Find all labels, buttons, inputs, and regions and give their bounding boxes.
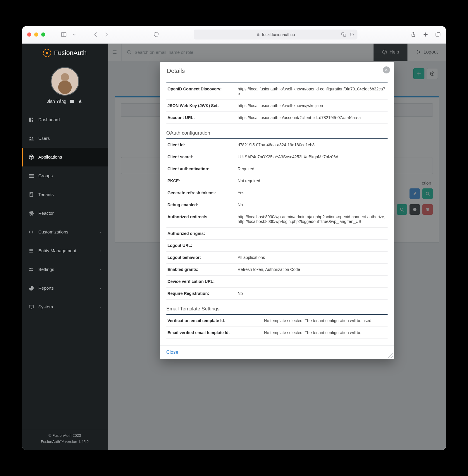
sidebar-footer: © FusionAuth 2023 FusionAuth™ version 1.… bbox=[22, 429, 108, 450]
copyright-text: © FusionAuth 2023 bbox=[22, 433, 108, 439]
cube-icon bbox=[28, 154, 34, 160]
browser-window: local.fusionauth.io FusionAuth bbox=[22, 26, 446, 450]
tabs-icon[interactable] bbox=[435, 32, 441, 37]
detail-value: https://local.fusionauth.io/.well-known/… bbox=[238, 87, 386, 96]
detail-row: Client authentication:Required bbox=[166, 163, 388, 175]
oauth-section: Client Id:d78219f5-07aa-46aa-a324-19e180… bbox=[166, 138, 388, 300]
sidebar-menu: DashboardUsersApplicationsGroupsTenantsR… bbox=[22, 110, 108, 316]
sidebar-item-system[interactable]: System‹ bbox=[22, 298, 108, 316]
logo: FusionAuth bbox=[22, 44, 108, 62]
back-button[interactable] bbox=[93, 31, 99, 38]
reload-icon[interactable] bbox=[349, 32, 355, 37]
sidebar-item-tenants[interactable]: Tenants bbox=[22, 185, 108, 204]
forward-button[interactable] bbox=[103, 31, 110, 38]
detail-label: Client secret: bbox=[168, 154, 232, 159]
detail-row: Require Registration:No bbox=[166, 288, 388, 300]
sidebar-item-settings[interactable]: Settings‹ bbox=[22, 260, 108, 279]
detail-value: – bbox=[238, 243, 386, 248]
detail-label: JSON Web Key (JWK) Set: bbox=[168, 103, 232, 108]
dashboard-icon bbox=[28, 117, 34, 123]
modal-overlay[interactable]: Details ✕ OpenID Connect Discovery:https… bbox=[108, 44, 446, 450]
chevron-left-icon: ‹ bbox=[100, 230, 101, 234]
sidebar-item-reports[interactable]: Reports‹ bbox=[22, 279, 108, 298]
building-icon bbox=[28, 192, 34, 197]
detail-row: Enabled grants:Refresh token, Authorizat… bbox=[166, 264, 388, 276]
sidebar-item-customizations[interactable]: Customizations‹ bbox=[22, 223, 108, 241]
code-icon bbox=[28, 229, 34, 235]
sidebar-item-label: Groups bbox=[38, 173, 53, 178]
detail-value: No bbox=[238, 202, 386, 207]
detail-value: – bbox=[238, 231, 386, 236]
pie-icon bbox=[28, 285, 34, 291]
detail-value: Yes bbox=[238, 190, 386, 195]
sidebar-toggle-button[interactable] bbox=[61, 31, 67, 38]
share-icon[interactable] bbox=[410, 32, 416, 37]
url-host: local.fusionauth.io bbox=[262, 32, 295, 37]
sidebar-item-groups[interactable]: Groups bbox=[22, 166, 108, 185]
translate-icon[interactable] bbox=[341, 32, 346, 37]
lock-icon bbox=[256, 32, 260, 37]
tab-group-dropdown[interactable] bbox=[71, 31, 78, 38]
sidebar-item-reactor[interactable]: Reactor bbox=[22, 204, 108, 223]
detail-row: Generate refresh tokens:Yes bbox=[166, 187, 388, 199]
url-bar[interactable]: local.fusionauth.io bbox=[194, 30, 357, 39]
sidebar-item-label: Settings bbox=[38, 267, 54, 272]
detail-label: Debug enabled: bbox=[168, 202, 232, 207]
list-icon bbox=[28, 248, 34, 254]
detail-value: https://local.fusionauth.io/.well-known/… bbox=[238, 103, 386, 108]
maximize-window-button[interactable] bbox=[41, 32, 45, 37]
email-section: Verification email template Id:No templa… bbox=[166, 314, 388, 339]
modal-close-link[interactable]: Close bbox=[166, 350, 178, 355]
email-heading: Email Template Settings bbox=[166, 306, 388, 312]
sidebar-item-users[interactable]: Users bbox=[22, 129, 108, 148]
oauth-heading: OAuth configuration bbox=[166, 130, 388, 136]
detail-value: Not required bbox=[238, 178, 386, 183]
sidebar-item-label: Tenants bbox=[38, 192, 54, 197]
modal-body[interactable]: OpenID Connect Discovery:https://local.f… bbox=[160, 80, 394, 345]
detail-value: – bbox=[238, 279, 386, 284]
logo-icon bbox=[43, 49, 51, 57]
detail-label: Client Id: bbox=[168, 142, 232, 147]
detail-value: All applications bbox=[238, 255, 386, 260]
sidebar-item-dashboard[interactable]: Dashboard bbox=[22, 110, 108, 129]
modal-title: Details bbox=[167, 68, 185, 74]
app-frame: FusionAuth Jian Yáng DashboardUsersAppli… bbox=[22, 44, 446, 450]
version-text: FusionAuth™ version 1.45.2 bbox=[22, 439, 108, 445]
resize-handle[interactable] bbox=[388, 353, 393, 358]
detail-row: Account URL:https://local.fusionauth.io/… bbox=[166, 112, 388, 124]
detail-label: Device verification URL: bbox=[168, 279, 232, 284]
sidebar-item-entity-management[interactable]: Entity Management‹ bbox=[22, 241, 108, 260]
detail-label: Client authentication: bbox=[168, 166, 232, 171]
minimize-window-button[interactable] bbox=[34, 32, 38, 37]
sidebar-item-label: Reports bbox=[38, 286, 54, 291]
detail-label: Verification email template Id: bbox=[168, 318, 258, 323]
detail-label: Generate refresh tokens: bbox=[168, 190, 232, 195]
detail-row: Email verified email template Id:No temp… bbox=[166, 327, 388, 339]
main: Help Logout bbox=[108, 44, 446, 450]
detail-row: OpenID Connect Discovery:https://local.f… bbox=[166, 83, 388, 100]
modal-footer: Close bbox=[160, 345, 394, 359]
avatar[interactable] bbox=[51, 67, 79, 96]
profile-block: Jian Yáng bbox=[22, 62, 108, 110]
modal-close-button[interactable]: ✕ bbox=[383, 66, 390, 73]
id-card-icon[interactable] bbox=[69, 99, 75, 104]
detail-row: PKCE:Not required bbox=[166, 175, 388, 187]
sidebar-item-applications[interactable]: Applications bbox=[22, 148, 108, 166]
details-modal: Details ✕ OpenID Connect Discovery:https… bbox=[160, 62, 394, 359]
location-icon[interactable] bbox=[78, 99, 83, 104]
detail-value: d78219f5-07aa-46aa-a324-19e180ce1eb8 bbox=[238, 142, 386, 147]
sidebar-item-label: Customizations bbox=[38, 229, 68, 234]
users-icon bbox=[28, 135, 34, 141]
logo-text: FusionAuth bbox=[54, 49, 87, 57]
browser-chrome: local.fusionauth.io bbox=[22, 26, 446, 44]
detail-label: Authorized redirects: bbox=[168, 214, 232, 224]
sidebar-item-label: Entity Management bbox=[38, 248, 76, 253]
detail-row: JSON Web Key (JWK) Set:https://local.fus… bbox=[166, 100, 388, 112]
detail-row: Authorized redirects:http://localhost:80… bbox=[166, 211, 388, 228]
sidebar: FusionAuth Jian Yáng DashboardUsersAppli… bbox=[22, 44, 108, 450]
detail-row: Logout URL:– bbox=[166, 240, 388, 252]
chevron-left-icon: ‹ bbox=[100, 249, 101, 252]
new-tab-icon[interactable] bbox=[423, 32, 429, 37]
close-window-button[interactable] bbox=[27, 32, 31, 37]
privacy-shield-icon[interactable] bbox=[153, 31, 159, 38]
